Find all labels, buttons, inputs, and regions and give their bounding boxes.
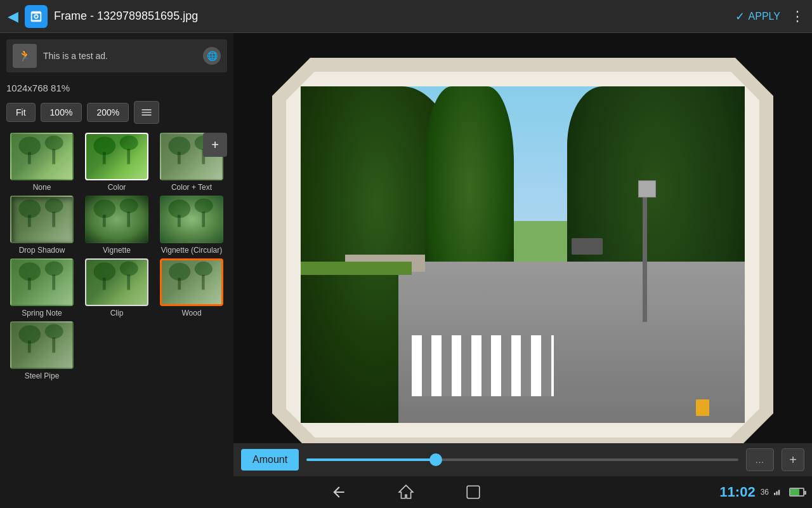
home-nav-button[interactable]: [398, 484, 414, 500]
filter-spring-note-thumb: [10, 258, 74, 306]
settings-button[interactable]: [134, 101, 159, 124]
filter-color-thumb: [85, 133, 148, 180]
road-markings: [696, 399, 709, 417]
filter-clip-thumb: [85, 258, 148, 306]
fit-button[interactable]: Fit: [6, 103, 36, 122]
ad-banner[interactable]: 🏃 This is a test ad. 🌐: [6, 39, 227, 72]
slider-track: [306, 458, 436, 461]
signal-indicator: 36: [761, 488, 769, 497]
filter-drop-shadow[interactable]: Drop Shadow: [6, 196, 77, 255]
filter-spring-note-label: Spring Note: [22, 309, 62, 318]
filter-color-label: Color: [108, 183, 126, 192]
back-button[interactable]: ◀: [8, 8, 18, 25]
recent-nav-icon: [465, 484, 481, 500]
filter-drop-shadow-label: Drop Shadow: [19, 246, 65, 255]
grass-strip: [301, 262, 412, 275]
zoom-200-button[interactable]: 200%: [87, 103, 129, 122]
filter-vignette-circular-label: Vignette (Circular): [161, 246, 222, 255]
settings-icon: [140, 106, 153, 119]
status-bar: 11:02 36: [719, 476, 812, 508]
bottom-control-bar: Amount ... +: [233, 443, 812, 476]
canvas-frame: [272, 58, 773, 451]
recent-nav-button[interactable]: [465, 484, 481, 500]
dots-button[interactable]: ...: [746, 448, 774, 471]
back-nav-icon: [331, 484, 347, 500]
nav-bar: 11:02 36: [0, 476, 812, 508]
slider-thumb[interactable]: [429, 453, 442, 466]
filter-color-text-label: Color + Text: [171, 183, 212, 192]
filter-none-thumb: [10, 133, 74, 180]
battery-indicator: [789, 488, 804, 497]
zoom-100-button[interactable]: 100%: [41, 103, 82, 122]
home-nav-icon: [398, 484, 414, 500]
image-info: 1024x768 81%: [0, 79, 233, 97]
svg-rect-0: [467, 486, 480, 498]
filter-vignette-circular-thumb: [160, 196, 223, 243]
amount-button[interactable]: Amount: [241, 449, 299, 471]
filter-spring-note[interactable]: Spring Note: [6, 258, 77, 318]
filter-color[interactable]: Color: [81, 133, 152, 192]
filter-vignette-circular[interactable]: Vignette (Circular): [156, 196, 227, 255]
ad-text: This is a test ad.: [43, 51, 197, 61]
filter-wood-thumb: [160, 258, 223, 306]
filter-steel-pipe[interactable]: Steel Pipe: [6, 321, 77, 380]
battery-fill: [790, 489, 799, 495]
main-canvas: [233, 33, 812, 476]
filter-wood-label: Wood: [181, 309, 201, 318]
image-dimensions: 1024x768 81%: [6, 83, 70, 93]
svg-rect-3: [778, 490, 780, 495]
left-panel: 🏃 This is a test ad. 🌐 1024x768 81% Fit …: [0, 33, 233, 476]
zoom-controls: Fit 100% 200%: [0, 97, 233, 128]
add-filter-button[interactable]: +: [203, 133, 227, 157]
filter-drop-shadow-thumb: [10, 196, 74, 243]
filter-none[interactable]: None: [6, 133, 77, 192]
filter-vignette-thumb: [85, 196, 148, 243]
car: [572, 238, 603, 255]
svg-rect-1: [774, 493, 775, 495]
signal-bars-icon: [774, 489, 784, 495]
filter-steel-pipe-thumb: [10, 321, 74, 369]
plus-button[interactable]: +: [782, 448, 804, 471]
utility-pole: [643, 187, 647, 322]
more-button[interactable]: ⋮: [790, 8, 804, 25]
amount-slider[interactable]: [306, 458, 738, 461]
camera-icon: [29, 10, 43, 23]
filter-vignette-label: Vignette: [103, 246, 131, 255]
filter-wood[interactable]: Wood: [156, 258, 227, 318]
filter-steel-pipe-label: Steel Pipe: [25, 371, 60, 380]
time-display: 11:02: [719, 484, 755, 500]
apply-label: APPLY: [749, 11, 780, 22]
filter-clip[interactable]: Clip: [81, 258, 152, 318]
svg-rect-2: [776, 491, 777, 495]
app-icon: [25, 5, 48, 28]
traffic-sign: [638, 180, 656, 197]
top-bar: ◀ Frame - 1329789851695.jpg ✓ APPLY ⋮: [0, 0, 812, 33]
back-nav-button[interactable]: [331, 484, 347, 500]
page-title: Frame - 1329789851695.jpg: [54, 10, 735, 23]
street-scene: [301, 86, 745, 423]
filter-none-label: None: [33, 183, 51, 192]
photo-area: [301, 86, 745, 423]
crosswalk: [412, 335, 554, 396]
filter-vignette[interactable]: Vignette: [81, 196, 152, 255]
apply-button[interactable]: ✓ APPLY: [735, 10, 780, 23]
filter-grid: + None Color Color + Text Drop Shadow Vi…: [0, 128, 233, 385]
filter-clip-label: Clip: [110, 309, 124, 318]
ad-globe-button[interactable]: 🌐: [203, 47, 221, 65]
ad-icon: 🏃: [13, 44, 37, 68]
check-icon: ✓: [735, 10, 745, 23]
